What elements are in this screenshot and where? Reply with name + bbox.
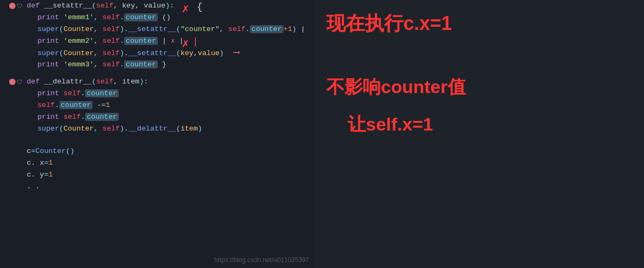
counter-highlight: counter	[124, 60, 158, 68]
code-line-print3: print 'emmm3', self.counter }	[27, 59, 316, 71]
annotation-subtitle2: 让self.x=1	[348, 112, 433, 137]
line-row: print 'emmm1', self.counter ()	[0, 12, 316, 24]
breakpoint-dot	[9, 3, 16, 9]
line-row: super(Counter, self).__setattr__("counte…	[0, 24, 316, 35]
code-line-del-print2: print self.counter	[27, 111, 316, 123]
line-row: 🛡 def __delattr__(self, item):	[0, 76, 316, 88]
cross-mark-1: ✗	[182, 2, 189, 16]
shield-icon: 🛡	[17, 3, 22, 10]
annotation-subtitle1: 不影响counter值	[326, 75, 466, 99]
counter-highlight: counter	[124, 37, 158, 45]
brace-mark: {	[197, 2, 203, 12]
code-line-print1: print 'emmm1', self.counter ()	[27, 12, 316, 24]
line-row: . .	[0, 181, 316, 193]
breakpoint-dot	[9, 79, 16, 85]
gap-row	[0, 140, 316, 146]
line-row: super(Counter, self).__delattr__(item)	[0, 123, 316, 135]
line-gutter: 🛡	[0, 79, 27, 86]
line-row: 🛡 def __setattr__(self, key, value):	[0, 0, 316, 12]
url-label: https://blog.csdn.net/u011035397	[214, 256, 309, 264]
code-line-delattr-def: def __delattr__(self, item):	[27, 76, 316, 88]
code-line-print2: print 'emmm2', self.counter | x |	[27, 35, 316, 47]
line-row: c. x=1	[0, 157, 316, 169]
counter-highlight: counter	[124, 13, 158, 21]
counter-highlight: counter	[59, 101, 93, 109]
code-line-del-decrement: self.counter -=1	[27, 99, 316, 111]
annotation-title: 现在执行c.x=1	[326, 11, 452, 37]
code-line-super-setattr: super(Counter, self).__setattr__("counte…	[27, 24, 316, 35]
code-line-cy: c. y=1	[27, 169, 316, 181]
line-row: print self.counter	[0, 111, 316, 123]
code-lines: 🛡 def __setattr__(self, key, value): pri…	[0, 0, 316, 193]
code-line-dots: . .	[27, 181, 316, 193]
code-panel: 🛡 def __setattr__(self, key, value): pri…	[0, 0, 316, 268]
gap-row	[0, 135, 316, 140]
line-row: c. y=1	[0, 169, 316, 181]
cross-mark-2: ✗	[182, 36, 189, 51]
gap-row	[0, 71, 316, 76]
code-line-setattr-def: def __setattr__(self, key, value):	[27, 0, 316, 12]
code-line-cx: c. x=1	[27, 157, 316, 169]
code-line-counter-init: c=Counter()	[27, 146, 316, 157]
code-line-super-setattr2: super(Counter, self).__setattr__(key,val…	[27, 47, 316, 59]
line-row: print 'emmm3', self.counter }	[0, 59, 316, 71]
code-line-del-print1: print self.counter	[27, 88, 316, 99]
code-line-del-super: super(Counter, self).__delattr__(item)	[27, 123, 316, 135]
counter-highlight: counter	[85, 113, 119, 121]
line-row: super(Counter, self).__setattr__(key,val…	[0, 47, 316, 59]
counter-highlight: counter	[250, 25, 283, 33]
line-row: print 'emmm2', self.counter | x |	[0, 35, 316, 47]
cross-bar: |	[193, 36, 198, 47]
line-row: c=Counter()	[0, 146, 316, 157]
annotation-panel: 现在执行c.x=1 不影响counter值 让self.x=1	[316, 0, 540, 268]
shield-icon: 🛡	[17, 79, 22, 86]
counter-highlight: counter	[85, 89, 119, 97]
line-gutter: 🛡	[0, 3, 27, 10]
line-row: self.counter -=1	[0, 99, 316, 111]
line-row: print self.counter	[0, 88, 316, 99]
